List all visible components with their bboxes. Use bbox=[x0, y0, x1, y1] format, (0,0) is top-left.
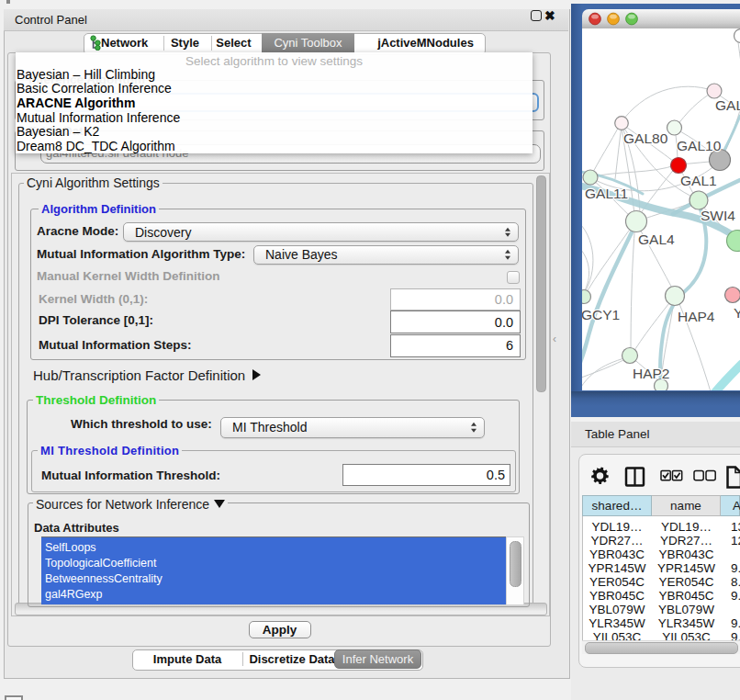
svg-text:HAP4: HAP4 bbox=[678, 309, 715, 324]
svg-text:GAL4: GAL4 bbox=[638, 231, 675, 247]
svg-text:GAL1: GAL1 bbox=[680, 173, 717, 188]
svg-text:GAL10: GAL10 bbox=[677, 138, 722, 153]
svg-text:Y: Y bbox=[734, 305, 740, 321]
svg-text:GAL11: GAL11 bbox=[585, 186, 628, 201]
svg-text:GCY1: GCY1 bbox=[582, 307, 620, 322]
svg-text:GAL7: GAL7 bbox=[715, 97, 740, 113]
svg-text:GAL80: GAL80 bbox=[623, 130, 668, 146]
svg-text:SWI4: SWI4 bbox=[701, 208, 735, 223]
svg-text:HAP2: HAP2 bbox=[633, 366, 670, 381]
